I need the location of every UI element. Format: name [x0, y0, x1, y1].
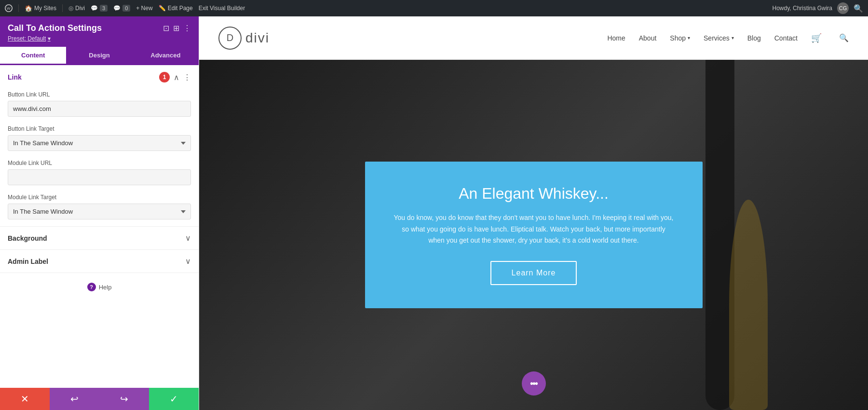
- nav-item-services[interactable]: Services ▾: [704, 34, 734, 42]
- background-chevron-icon: ∨: [185, 233, 191, 243]
- comment-item[interactable]: 💬 3: [91, 5, 108, 12]
- admin-label-chevron-icon: ∨: [185, 257, 191, 266]
- module-link-target-label: Module Link Target: [8, 194, 191, 201]
- nav-search-icon[interactable]: 🔍: [839, 33, 849, 42]
- redo-button[interactable]: ↪: [99, 388, 149, 410]
- site-navigation: D divi Home About Shop ▾ Services ▾: [199, 16, 868, 60]
- link-chevron-icon: ∧: [174, 73, 179, 82]
- button-link-url-input[interactable]: [8, 101, 191, 117]
- nav-item-blog[interactable]: Blog: [747, 34, 761, 42]
- section-link-header[interactable]: Link 1 ∧ ⋮: [0, 65, 199, 89]
- section-admin-label-title: Admin Label: [8, 258, 48, 265]
- module-link-target-wrapper: In The Same Window In The New Tab: [8, 204, 191, 219]
- preset-label: Preset: Default ▾: [8, 35, 191, 42]
- minimize-icon[interactable]: ⊡: [163, 24, 169, 33]
- cta-title: An Elegant Whiskey...: [394, 185, 674, 203]
- button-link-target-wrapper: In The Same Window In The New Tab: [8, 135, 191, 151]
- logo-circle: D: [218, 27, 242, 50]
- link-more-icon[interactable]: ⋮: [183, 73, 191, 82]
- nav-item-contact[interactable]: Contact: [774, 34, 798, 42]
- nav-cart-icon[interactable]: 🛒: [811, 33, 822, 43]
- hero-section: An Elegant Whiskey... You do know, you d…: [199, 60, 868, 410]
- site-logo: D divi: [218, 27, 270, 50]
- tab-advanced[interactable]: Advanced: [133, 47, 199, 65]
- sidebar-tabs: Content Design Advanced: [0, 47, 199, 65]
- shop-chevron-icon: ▾: [688, 35, 690, 41]
- help-button[interactable]: ? Help: [87, 283, 112, 291]
- admin-bar-right: Howdy, Christina Gwira CG 🔍: [773, 2, 863, 14]
- svg-text:W: W: [7, 6, 11, 11]
- section-link: Link 1 ∧ ⋮ Button Link URL Button Link T…: [0, 65, 199, 227]
- my-sites-item[interactable]: 🏠 My Sites: [25, 5, 56, 12]
- new-item[interactable]: + New: [136, 5, 152, 12]
- section-admin-label: Admin Label ∨: [0, 250, 199, 273]
- site-menu: Home About Shop ▾ Services ▾ Blog Contac: [607, 33, 849, 43]
- nav-item-home[interactable]: Home: [607, 34, 625, 42]
- module-link-url-group: Module Link URL: [0, 158, 199, 192]
- section-link-title: Link: [8, 73, 22, 81]
- exit-builder-item[interactable]: Exit Visual Builder: [199, 5, 245, 12]
- section-background-header[interactable]: Background ∨: [0, 227, 199, 249]
- edit-page-item[interactable]: ✏️ Edit Page: [159, 5, 193, 12]
- save-button[interactable]: ✓: [149, 388, 199, 410]
- floating-options-button[interactable]: •••: [522, 371, 546, 396]
- tab-content[interactable]: Content: [0, 47, 66, 65]
- button-link-target-label: Button Link Target: [8, 125, 191, 132]
- help-area: ? Help: [0, 273, 199, 301]
- sidebar-content: Link 1 ∧ ⋮ Button Link URL Button Link T…: [0, 65, 199, 388]
- services-chevron-icon: ▾: [732, 35, 734, 41]
- settings-sidebar: Call To Action Settings ⊡ ⊞ ⋮ Preset: De…: [0, 16, 199, 410]
- bar-separator-2: [62, 4, 63, 12]
- nav-item-shop[interactable]: Shop ▾: [670, 34, 690, 42]
- link-badge: 1: [159, 72, 170, 82]
- help-circle-icon: ?: [87, 283, 96, 291]
- cta-learn-more-button[interactable]: Learn More: [490, 261, 577, 285]
- wp-admin-bar: W 🏠 My Sites ◎ Divi 💬 3 💬 0 + New ✏️ Edi…: [0, 0, 868, 16]
- sidebar-bottom-bar: ✕ ↩ ↪ ✓: [0, 388, 199, 410]
- sidebar-title: Call To Action Settings: [8, 23, 102, 33]
- button-link-target-select[interactable]: In The Same Window In The New Tab: [8, 135, 191, 151]
- admin-search-icon[interactable]: 🔍: [854, 4, 863, 13]
- expand-icon[interactable]: ⊞: [173, 24, 179, 33]
- undo-button[interactable]: ↩: [50, 388, 99, 410]
- comment-zero-item[interactable]: 💬 0: [113, 5, 130, 12]
- module-link-target-group: Module Link Target In The Same Window In…: [0, 192, 199, 226]
- section-background-title: Background: [8, 234, 47, 242]
- module-link-url-input[interactable]: [8, 169, 191, 185]
- section-background: Background ∨: [0, 227, 199, 250]
- nav-item-about[interactable]: About: [639, 34, 657, 42]
- cancel-button[interactable]: ✕: [0, 388, 50, 410]
- tab-design[interactable]: Design: [66, 47, 132, 65]
- button-link-target-group: Button Link Target In The Same Window In…: [0, 123, 199, 158]
- section-admin-label-header[interactable]: Admin Label ∨: [0, 250, 199, 273]
- more-options-icon[interactable]: ⋮: [183, 24, 191, 33]
- website-preview: D divi Home About Shop ▾ Services ▾: [199, 16, 868, 410]
- bar-separator-1: [18, 4, 19, 12]
- sidebar-header: Call To Action Settings ⊡ ⊞ ⋮ Preset: De…: [0, 16, 199, 47]
- wp-logo-item[interactable]: W: [5, 4, 13, 12]
- module-link-url-label: Module Link URL: [8, 160, 191, 166]
- module-link-target-select[interactable]: In The Same Window In The New Tab: [8, 204, 191, 219]
- button-link-url-group: Button Link URL: [0, 89, 199, 123]
- site-name-item[interactable]: ◎ Divi: [68, 5, 85, 12]
- cta-card: An Elegant Whiskey... You do know, you d…: [365, 162, 703, 308]
- logo-text: divi: [245, 30, 270, 46]
- button-link-url-label: Button Link URL: [8, 91, 191, 98]
- user-avatar: CG: [837, 2, 849, 14]
- cta-body: You do know, you do know that they don't…: [394, 212, 674, 246]
- main-area: Call To Action Settings ⊡ ⊞ ⋮ Preset: De…: [0, 16, 868, 410]
- sidebar-header-icons: ⊡ ⊞ ⋮: [163, 24, 191, 33]
